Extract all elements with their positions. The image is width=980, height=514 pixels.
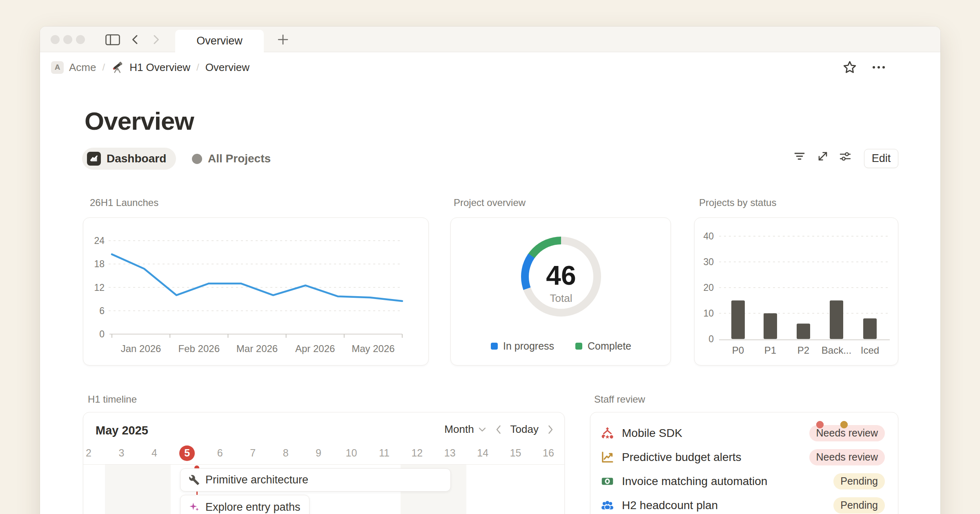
timeline-day-14[interactable]: 14 bbox=[471, 442, 494, 464]
svg-text:May 2026: May 2026 bbox=[352, 343, 394, 354]
timeline-controls: Month Today bbox=[444, 423, 554, 436]
favorite-star-icon[interactable] bbox=[842, 60, 857, 75]
donut-chart-card: 46 Total In progress Complete bbox=[450, 217, 671, 366]
timeline-body: Primitive architecture Explore entry pat… bbox=[83, 465, 564, 514]
today-button[interactable]: Today bbox=[510, 423, 539, 436]
staff-row[interactable]: Invoice matching automation Pending bbox=[601, 469, 885, 493]
trend-chart-icon bbox=[601, 450, 614, 464]
timeline-day-7[interactable]: 7 bbox=[241, 442, 264, 464]
forward-icon[interactable] bbox=[151, 35, 161, 44]
filter-icon[interactable] bbox=[793, 150, 806, 162]
legend-swatch-complete bbox=[575, 343, 582, 350]
svg-text:P2: P2 bbox=[797, 345, 809, 356]
svg-text:30: 30 bbox=[703, 257, 714, 267]
svg-text:Jan 2026: Jan 2026 bbox=[121, 343, 161, 354]
browser-tab-overview[interactable]: Overview bbox=[175, 30, 264, 52]
breadcrumb-separator: / bbox=[196, 62, 200, 73]
status-label: Pending bbox=[840, 499, 878, 511]
timeline-day-4[interactable]: 4 bbox=[143, 442, 166, 464]
page-title: Overview bbox=[85, 106, 194, 135]
prev-month-icon[interactable] bbox=[495, 425, 501, 434]
svg-text:Apr 2026: Apr 2026 bbox=[295, 343, 335, 354]
legend-item-complete: Complete bbox=[575, 340, 631, 352]
carousel-icon bbox=[601, 426, 614, 440]
timeline-day-11[interactable]: 11 bbox=[373, 442, 396, 464]
banknote-icon bbox=[601, 474, 614, 488]
legend-label-in-progress: In progress bbox=[503, 340, 554, 352]
all-projects-icon bbox=[192, 154, 202, 164]
svg-text:20: 20 bbox=[703, 282, 714, 293]
timeline-month-title: May 2025 bbox=[96, 424, 148, 437]
app-window: Overview A Acme / H1 Overview / Overview bbox=[40, 27, 940, 514]
timeline-day-3[interactable]: 3 bbox=[110, 442, 133, 464]
line-chart: 06121824Jan 2026Feb 2026Mar 2026Apr 2026… bbox=[83, 218, 428, 365]
timeline-event[interactable]: Explore entry paths bbox=[180, 495, 310, 514]
timeline-day-6[interactable]: 6 bbox=[209, 442, 232, 464]
timeline-day-10[interactable]: 10 bbox=[340, 442, 363, 464]
breadcrumb-separator: / bbox=[101, 62, 106, 73]
back-icon[interactable] bbox=[130, 35, 140, 44]
tab-dashboard[interactable]: Dashboard bbox=[82, 148, 176, 170]
tab-bar: Overview bbox=[40, 27, 940, 52]
svg-text:12: 12 bbox=[94, 282, 105, 293]
telescope-icon bbox=[111, 61, 124, 74]
timeline-view-selector[interactable]: Month bbox=[444, 423, 486, 436]
timeline-date-strip: 2345678910111213141516 bbox=[83, 442, 564, 464]
status-label: Needs review bbox=[816, 427, 878, 439]
donut-chart-title: Project overview bbox=[454, 197, 526, 208]
more-options-icon[interactable] bbox=[872, 65, 886, 70]
timeline-day-13[interactable]: 13 bbox=[439, 442, 461, 464]
traffic-light-zoom[interactable] bbox=[76, 35, 85, 44]
breadcrumb-workspace[interactable]: Acme bbox=[69, 61, 96, 74]
timeline-day-12[interactable]: 12 bbox=[405, 442, 428, 464]
bar-chart: 010203040P0P1P2Back...Iced bbox=[695, 218, 898, 365]
timeline-day-2[interactable]: 2 bbox=[77, 442, 100, 464]
timeline-day-9[interactable]: 9 bbox=[307, 442, 330, 464]
line-chart-title: 26H1 Launches bbox=[90, 197, 158, 208]
legend-item-in-progress: In progress bbox=[491, 340, 554, 352]
timeline-view-label: Month bbox=[444, 423, 474, 436]
breadcrumb-current[interactable]: Overview bbox=[205, 61, 249, 74]
timeline-day-16[interactable]: 16 bbox=[537, 442, 560, 464]
svg-text:Back...: Back... bbox=[822, 345, 851, 356]
edit-button[interactable]: Edit bbox=[864, 149, 898, 168]
people-icon bbox=[601, 498, 614, 512]
timeline-day-5[interactable]: 5 bbox=[176, 442, 198, 464]
sliders-icon[interactable] bbox=[839, 150, 851, 162]
donut-total-label: Total bbox=[451, 292, 671, 305]
timeline-card: May 2025 Month Today 2345678910111213141… bbox=[83, 412, 565, 514]
tab-dashboard-label: Dashboard bbox=[107, 152, 166, 165]
status-badge: Pending bbox=[833, 497, 885, 514]
sidebar-toggle-icon[interactable] bbox=[105, 34, 120, 45]
svg-text:10: 10 bbox=[703, 308, 714, 319]
traffic-light-close[interactable] bbox=[51, 35, 60, 44]
timeline-day-8[interactable]: 8 bbox=[274, 442, 297, 464]
expand-icon[interactable] bbox=[817, 150, 829, 162]
staff-row[interactable]: H2 headcount plan Pending bbox=[601, 493, 885, 514]
svg-text:0: 0 bbox=[708, 334, 714, 344]
tab-all-projects[interactable]: All Projects bbox=[192, 148, 271, 170]
staff-review-title: Staff review bbox=[594, 394, 645, 405]
svg-text:6: 6 bbox=[99, 306, 105, 316]
staff-review-card: Mobile SDK Needs review Predictive budge… bbox=[590, 412, 898, 514]
new-tab-icon[interactable] bbox=[278, 34, 288, 45]
status-dot bbox=[816, 421, 824, 428]
staff-row-title: Predictive budget alerts bbox=[622, 451, 742, 464]
traffic-light-minimize[interactable] bbox=[63, 35, 72, 44]
timeline-day-15[interactable]: 15 bbox=[504, 442, 527, 464]
weekend-shading bbox=[105, 465, 171, 514]
sparkles-icon bbox=[189, 502, 200, 513]
breadcrumb-parent[interactable]: H1 Overview bbox=[129, 61, 190, 74]
workspace-avatar[interactable]: A bbox=[51, 61, 64, 74]
bar-chart-card: 010203040P0P1P2Back...Iced bbox=[694, 217, 898, 366]
svg-text:40: 40 bbox=[703, 231, 714, 241]
breadcrumb: A Acme / H1 Overview / Overview bbox=[51, 52, 249, 82]
next-month-icon[interactable] bbox=[548, 425, 554, 434]
status-label: Needs review bbox=[816, 451, 878, 463]
timeline-event[interactable]: Primitive architecture bbox=[180, 468, 451, 492]
timeline-event-title: Primitive architecture bbox=[205, 474, 308, 486]
svg-text:Feb 2026: Feb 2026 bbox=[178, 343, 220, 354]
staff-row-title: Invoice matching automation bbox=[622, 475, 767, 488]
staff-row[interactable]: Predictive budget alerts Needs review bbox=[601, 445, 885, 469]
timeline-title: H1 timeline bbox=[88, 394, 137, 405]
